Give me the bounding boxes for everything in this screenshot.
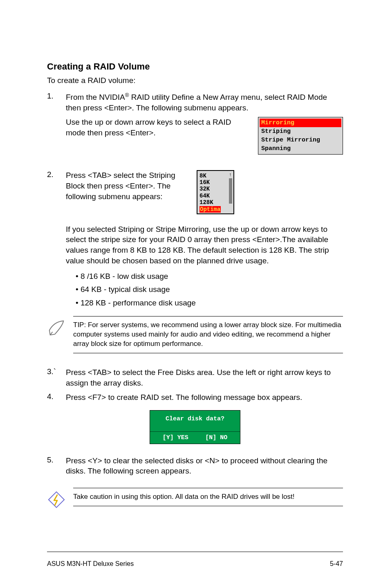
tip-text: TIP: For server systems, we recommend us… — [73, 316, 343, 353]
stripe-option: 8K — [199, 173, 232, 179]
step4-text: Press <F7> to create RAID set. The follo… — [66, 392, 343, 403]
tip-note: TIP: For server systems, we recommend us… — [47, 316, 343, 353]
step-number: 5. — [47, 456, 66, 476]
raid-mode-menu: Mirroring Striping Stripe Mirroring Span… — [258, 117, 343, 155]
footer-right: 5-47 — [330, 560, 343, 568]
caution-text: Take caution in using this option. All d… — [73, 488, 343, 506]
step5-text: Press <Y> to clear the selected disks or… — [66, 456, 343, 476]
stripe-option: 128K — [199, 199, 232, 206]
step3-text: Press <TAB> to select the Free Disks are… — [66, 367, 343, 388]
step1-para1: From the NVIDIA® RAID utility Define a N… — [66, 92, 343, 113]
caution-lightning-icon — [47, 490, 66, 511]
dialog-message: Clear disk data? — [150, 411, 240, 431]
stripe-size-menu: ↑ 8K 16K 32K 64K 128K Optima — [197, 170, 234, 214]
step-1: 1. From the NVIDIA® RAID utility Define … — [47, 92, 343, 155]
tip-pencil-icon — [47, 319, 66, 339]
bullet-list: 8 /16 KB - low disk usage 64 KB - typica… — [76, 270, 343, 310]
stripe-option: 16K — [199, 179, 232, 186]
arrow-up-icon: ↑ — [229, 172, 232, 178]
step-5: 5. Press <Y> to clear the selected disks… — [47, 456, 343, 476]
step-number: 4. — [47, 392, 66, 403]
raid-mode-option: Striping — [260, 127, 341, 136]
stripe-option: 32K — [199, 186, 232, 192]
step-number: 2. — [47, 170, 66, 266]
scrollbar-icon — [229, 178, 232, 204]
bullet-item: 8 /16 KB - low disk usage — [76, 270, 343, 283]
stripe-option-selected: Optima — [199, 206, 221, 213]
step1-text-a: From the NVIDIA — [66, 93, 125, 101]
raid-mode-selected: Mirroring — [260, 119, 341, 127]
dialog-yes-button[interactable]: [Y] YES — [163, 434, 188, 441]
step-2: 2. Press <TAB> select the Striping Block… — [47, 170, 343, 266]
step-number: 1. — [47, 92, 66, 155]
raid-mode-option: Stripe Mirroring — [260, 136, 341, 144]
step1-para2: Use the up or down arrow keys to select … — [66, 117, 250, 138]
clear-disk-dialog: Clear disk data? [Y] YES [N] NO — [150, 410, 240, 444]
step2-para1: Press <TAB> select the Striping Block th… — [66, 170, 188, 202]
bullet-item: 64 KB - typical disk usage — [76, 283, 343, 296]
intro-text: To create a RAID volume: — [47, 75, 343, 86]
raid-mode-option: Spanning — [260, 144, 341, 153]
page-footer: ASUS M3N-HT Deluxe Series 5-47 — [0, 552, 390, 584]
registered-mark: ® — [125, 92, 129, 98]
footer-left: ASUS M3N-HT Deluxe Series — [47, 560, 134, 568]
step-number: 3.` — [47, 367, 66, 388]
stripe-option: 64K — [199, 193, 232, 199]
section-heading: Creating a RAID Volume — [47, 61, 343, 72]
step2-para2: If you selected Striping or Stripe Mirro… — [66, 224, 343, 266]
dialog-no-button[interactable]: [N] NO — [205, 434, 227, 441]
step-4: 4. Press <F7> to create RAID set. The fo… — [47, 392, 343, 403]
step-3: 3.` Press <TAB> to select the Free Disks… — [47, 367, 343, 388]
caution-note: Take caution in using this option. All d… — [47, 488, 343, 511]
bullet-item: 128 KB - performance disk usage — [76, 296, 343, 310]
